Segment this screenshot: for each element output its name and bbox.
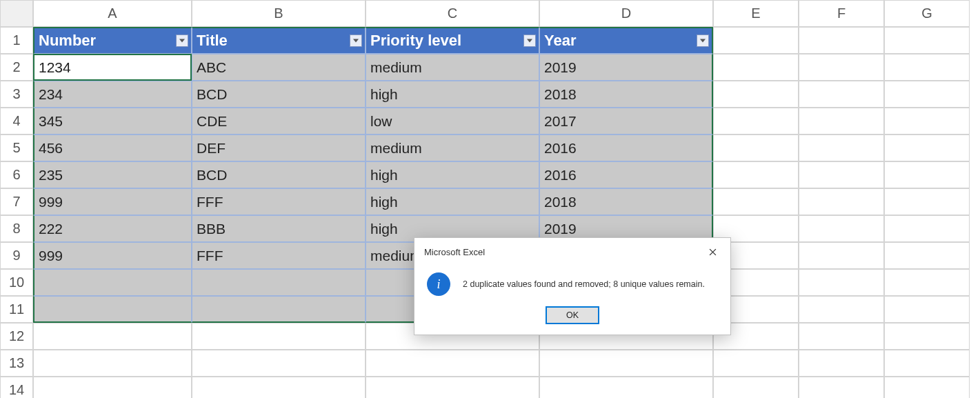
cell-F7[interactable] <box>799 188 884 215</box>
cell-E5[interactable] <box>713 135 799 161</box>
cell-C5[interactable]: medium <box>366 135 539 161</box>
row-header-1[interactable]: 1 <box>0 27 33 54</box>
filter-dropdown-icon[interactable] <box>350 34 362 47</box>
table-header-priority-level[interactable]: Priority level <box>366 27 539 54</box>
close-icon[interactable] <box>701 243 723 260</box>
cell-D13[interactable] <box>539 350 713 377</box>
cell-G8[interactable] <box>884 215 970 242</box>
cell-F1[interactable] <box>799 27 884 54</box>
cell-B3[interactable]: BCD <box>192 81 366 108</box>
cell-A2[interactable]: 1234 <box>33 54 192 81</box>
row-header-8[interactable]: 8 <box>0 215 33 242</box>
cell-C7[interactable]: high <box>366 188 539 215</box>
row-header-10[interactable]: 10 <box>0 269 33 296</box>
cell-B10[interactable] <box>192 269 366 296</box>
row-header-13[interactable]: 13 <box>0 350 33 377</box>
table-header-year[interactable]: Year <box>539 27 713 54</box>
cell-B5[interactable]: DEF <box>192 135 366 161</box>
cell-F3[interactable] <box>799 81 884 108</box>
ok-button[interactable]: OK <box>546 307 599 324</box>
cell-B12[interactable] <box>192 323 366 350</box>
select-all-corner[interactable] <box>0 0 33 27</box>
cell-B9[interactable]: FFF <box>192 242 366 269</box>
cell-D4[interactable]: 2017 <box>539 108 713 135</box>
row-header-14[interactable]: 14 <box>0 377 33 398</box>
cell-D6[interactable]: 2016 <box>539 161 713 188</box>
cell-C6[interactable]: high <box>366 161 539 188</box>
row-header-4[interactable]: 4 <box>0 108 33 135</box>
cell-A9[interactable]: 999 <box>33 242 192 269</box>
column-header-E[interactable]: E <box>713 0 799 27</box>
cell-A5[interactable]: 456 <box>33 135 192 161</box>
cell-F12[interactable] <box>799 323 884 350</box>
cell-A8[interactable]: 222 <box>33 215 192 242</box>
cell-F2[interactable] <box>799 54 884 81</box>
cell-G3[interactable] <box>884 81 970 108</box>
cell-G14[interactable] <box>884 377 970 398</box>
cell-A11[interactable] <box>33 296 192 323</box>
row-header-6[interactable]: 6 <box>0 161 33 188</box>
cell-G13[interactable] <box>884 350 970 377</box>
cell-E7[interactable] <box>713 188 799 215</box>
filter-dropdown-icon[interactable] <box>697 34 709 47</box>
cell-C13[interactable] <box>366 350 539 377</box>
filter-dropdown-icon[interactable] <box>523 34 536 47</box>
table-header-number[interactable]: Number <box>33 27 192 54</box>
cell-G12[interactable] <box>884 323 970 350</box>
cell-A4[interactable]: 345 <box>33 108 192 135</box>
cell-G7[interactable] <box>884 188 970 215</box>
cell-G1[interactable] <box>884 27 970 54</box>
cell-B7[interactable]: FFF <box>192 188 366 215</box>
row-header-12[interactable]: 12 <box>0 323 33 350</box>
cell-B6[interactable]: BCD <box>192 161 366 188</box>
table-header-title[interactable]: Title <box>192 27 366 54</box>
row-header-3[interactable]: 3 <box>0 81 33 108</box>
cell-F4[interactable] <box>799 108 884 135</box>
filter-dropdown-icon[interactable] <box>176 34 188 47</box>
cell-D7[interactable]: 2018 <box>539 188 713 215</box>
cell-E13[interactable] <box>713 350 799 377</box>
cell-A13[interactable] <box>33 350 192 377</box>
row-header-9[interactable]: 9 <box>0 242 33 269</box>
cell-B2[interactable]: ABC <box>192 54 366 81</box>
column-header-C[interactable]: C <box>366 0 539 27</box>
cell-A3[interactable]: 234 <box>33 81 192 108</box>
cell-E4[interactable] <box>713 108 799 135</box>
cell-A12[interactable] <box>33 323 192 350</box>
cell-F13[interactable] <box>799 350 884 377</box>
cell-F14[interactable] <box>799 377 884 398</box>
cell-E2[interactable] <box>713 54 799 81</box>
cell-F9[interactable] <box>799 242 884 269</box>
cell-G2[interactable] <box>884 54 970 81</box>
cell-B14[interactable] <box>192 377 366 398</box>
column-header-G[interactable]: G <box>884 0 970 27</box>
cell-A14[interactable] <box>33 377 192 398</box>
cell-D14[interactable] <box>539 377 713 398</box>
column-header-F[interactable]: F <box>799 0 884 27</box>
cell-G4[interactable] <box>884 108 970 135</box>
cell-B11[interactable] <box>192 296 366 323</box>
column-header-B[interactable]: B <box>192 0 366 27</box>
row-header-5[interactable]: 5 <box>0 135 33 161</box>
row-header-11[interactable]: 11 <box>0 296 33 323</box>
cell-F6[interactable] <box>799 161 884 188</box>
cell-C14[interactable] <box>366 377 539 398</box>
cell-G6[interactable] <box>884 161 970 188</box>
cell-B4[interactable]: CDE <box>192 108 366 135</box>
cell-F11[interactable] <box>799 296 884 323</box>
cell-D2[interactable]: 2019 <box>539 54 713 81</box>
cell-E6[interactable] <box>713 161 799 188</box>
cell-B13[interactable] <box>192 350 366 377</box>
cell-E3[interactable] <box>713 81 799 108</box>
cell-A7[interactable]: 999 <box>33 188 192 215</box>
cell-C4[interactable]: low <box>366 108 539 135</box>
cell-A6[interactable]: 235 <box>33 161 192 188</box>
cell-D5[interactable]: 2016 <box>539 135 713 161</box>
cell-B8[interactable]: BBB <box>192 215 366 242</box>
spreadsheet-grid[interactable]: ABCDEFG1NumberTitlePriority levelYear212… <box>0 0 970 398</box>
cell-F10[interactable] <box>799 269 884 296</box>
column-header-A[interactable]: A <box>33 0 192 27</box>
cell-E1[interactable] <box>713 27 799 54</box>
cell-A10[interactable] <box>33 269 192 296</box>
cell-F5[interactable] <box>799 135 884 161</box>
